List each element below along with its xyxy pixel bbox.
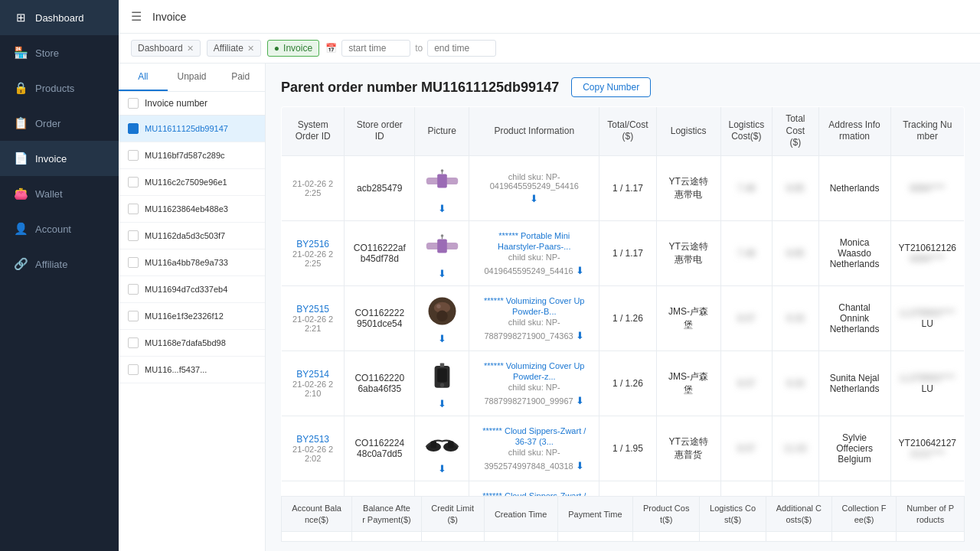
tab-unpaid[interactable]: Unpaid xyxy=(168,64,217,91)
list-item[interactable]: MU116...f5437... xyxy=(119,357,265,383)
item-checkbox[interactable] xyxy=(128,364,139,375)
sidebar-item-label: Products xyxy=(35,83,74,94)
download-icon[interactable]: ⬇ xyxy=(438,333,446,344)
download-icon2[interactable]: ⬇ xyxy=(576,330,584,341)
download-icon2[interactable]: ⬇ xyxy=(576,395,584,406)
sidebar-item-label: Dashboard xyxy=(35,12,84,24)
list-item[interactable]: MU116c2c7509e96e1 xyxy=(119,169,265,196)
summary-table: Account Bala nce($) Balance Afte r Payme… xyxy=(281,496,965,542)
order-id-link[interactable]: BY2516 xyxy=(289,239,336,249)
product-name-link[interactable]: ****** Cloud Sippers-Zwart / 36-37 (3... xyxy=(482,426,586,446)
product-sku: child sku: NP-0419645595249_54416 xyxy=(484,253,573,276)
svg-rect-13 xyxy=(437,369,447,383)
list-item[interactable]: MU116a4bb78e9a733 xyxy=(119,249,265,276)
cell-total-cost: 1 / 1.26 xyxy=(599,350,656,416)
cell-system-order-id: BY2516 21-02-26 22:25 xyxy=(282,220,345,285)
sidebar-item-affiliate[interactable]: 🔗 Affiliate xyxy=(0,246,119,282)
sidebar-item-products[interactable]: 🔒 Products xyxy=(0,70,119,106)
tab-paid[interactable]: Paid xyxy=(216,64,265,91)
col-payment-time: Payment Time xyxy=(557,497,632,532)
item-checkbox[interactable] xyxy=(128,337,139,348)
item-checkbox[interactable] xyxy=(128,230,139,241)
download-icon2[interactable]: ⬇ xyxy=(576,460,584,471)
list-item[interactable]: MU1162da5d3c503f7 xyxy=(119,223,265,249)
item-checkbox[interactable] xyxy=(128,150,139,161)
cell-collection-fee xyxy=(831,532,897,542)
item-checkbox[interactable] xyxy=(128,204,139,214)
select-all-checkbox[interactable] xyxy=(128,98,139,109)
cell-credit-limit xyxy=(421,532,484,542)
sidebar-item-account[interactable]: 👤 Account xyxy=(0,211,119,246)
list-item[interactable]: MU1168e7dafa5bd98 xyxy=(119,330,265,357)
start-date-input[interactable] xyxy=(341,40,410,57)
product-name-link[interactable]: ****** Volumizing Cover Up Powder-z... xyxy=(484,361,584,381)
wallet-icon: 👛 xyxy=(14,187,28,201)
menu-icon[interactable]: ☰ xyxy=(131,9,142,24)
table-row: BY2515 21-02-26 22:21 CO11622229501dce54 xyxy=(282,285,965,350)
sidebar-item-dashboard[interactable]: ⊞ Dashboard xyxy=(0,0,119,35)
cell-total-cost: 1 / 1.95 xyxy=(599,416,656,481)
invoice-number: MU116...f5437... xyxy=(145,365,207,374)
dashboard-tag-label: Dashboard xyxy=(138,43,183,54)
sidebar-item-wallet[interactable]: 👛 Wallet xyxy=(0,176,119,211)
dashboard-tag[interactable]: Dashboard ✕ xyxy=(131,40,201,57)
sidebar-item-order[interactable]: 📋 Order xyxy=(0,106,119,141)
order-id-link[interactable]: BY2513 xyxy=(289,434,336,445)
dashboard-tag-close[interactable]: ✕ xyxy=(187,44,194,54)
list-item[interactable]: MU11611125db99147 xyxy=(119,116,265,142)
affiliate-tag[interactable]: Affiliate ✕ xyxy=(207,40,261,57)
svg-rect-19 xyxy=(448,442,454,448)
download-icon[interactable]: ⬇ xyxy=(438,463,446,474)
svg-point-11 xyxy=(436,305,440,308)
download-icon[interactable]: ⬇ xyxy=(438,398,446,409)
product-name-link[interactable]: ****** Portable Mini Haarstyler-Paars-..… xyxy=(498,231,570,251)
tab-all[interactable]: All xyxy=(119,64,168,91)
item-checkbox[interactable] xyxy=(128,311,139,321)
download-icon[interactable]: ⬇ xyxy=(438,203,446,214)
list-item[interactable]: MU116bf7d587c289c xyxy=(119,142,265,169)
list-item[interactable]: MU116e1f3e2326f12 xyxy=(119,303,265,330)
cell-address: Chantal OnninkNetherlands xyxy=(818,285,890,350)
topbar-title: Invoice xyxy=(152,11,186,23)
cell-total-cost: 1 / 1.17 xyxy=(599,220,656,285)
cell-total-cost2: 8.65 xyxy=(773,155,818,220)
cell-logistics-cost: 8.07 xyxy=(720,350,773,416)
col-logistics: Logistics xyxy=(656,107,720,156)
order-id-link[interactable]: BY2515 xyxy=(289,304,336,315)
cell-address: Sylvie OffeciersBelgium xyxy=(818,481,890,496)
product-sku: child sku: NP-7887998271900_99967 xyxy=(484,383,573,406)
end-date-input[interactable] xyxy=(427,40,496,57)
cell-picture: ⬇ xyxy=(415,350,469,416)
col-creation-time: Creation Time xyxy=(484,497,557,532)
cell-logistics-cost-b xyxy=(700,532,766,542)
item-checkbox[interactable] xyxy=(128,284,139,295)
download-icon2[interactable]: ⬇ xyxy=(576,265,584,276)
affiliate-tag-close[interactable]: ✕ xyxy=(247,44,254,54)
cell-tracking: 6084**** xyxy=(890,155,964,220)
sidebar-item-invoice[interactable]: 📄 Invoice xyxy=(0,141,119,176)
item-checkbox[interactable] xyxy=(128,257,139,268)
sidebar-item-store[interactable]: 🏪 Store xyxy=(0,35,119,70)
cell-system-order-id: BY2513 21-02-26 22:02 xyxy=(282,481,345,496)
copy-number-button[interactable]: Copy Number xyxy=(571,77,651,97)
order-header: Parent order number MU11611125db99147 Co… xyxy=(266,64,980,106)
download-icon[interactable]: ⬇ xyxy=(438,268,446,279)
cell-additional-costs xyxy=(766,532,831,542)
cell-store-order-id: CO116222f0fe246563 xyxy=(345,481,415,496)
order-id-link[interactable]: BY2514 xyxy=(289,369,336,380)
table-row: BY2516 21-02-26 22:25 CO116222afb45df78d xyxy=(282,220,965,285)
list-item[interactable]: MU11694d7cd337eb4 xyxy=(119,276,265,303)
sidebar-item-label: Wallet xyxy=(35,188,63,200)
download-icon2[interactable]: ⬇ xyxy=(530,193,538,204)
invoice-tag[interactable]: ● Invoice xyxy=(267,40,319,57)
col-credit-limit: Credit Limit ($) xyxy=(421,497,484,532)
item-checkbox[interactable] xyxy=(128,123,139,134)
item-checkbox[interactable] xyxy=(128,177,139,187)
product-name-link[interactable]: ****** Cloud Sippers-Zwart / 44-45 (4... xyxy=(482,491,586,497)
cell-address: Netherlands xyxy=(818,155,890,220)
col-total-cost2: Total Cost ($) xyxy=(773,107,818,156)
list-item[interactable]: MU11623864eb488e3 xyxy=(119,196,265,223)
invoice-list: MU11611125db99147 MU116bf7d587c289c MU11… xyxy=(119,116,265,551)
main-table-wrapper: System Order ID Store order ID Picture P… xyxy=(266,106,980,496)
product-name-link[interactable]: ****** Volumizing Cover Up Powder-B... xyxy=(484,296,584,316)
